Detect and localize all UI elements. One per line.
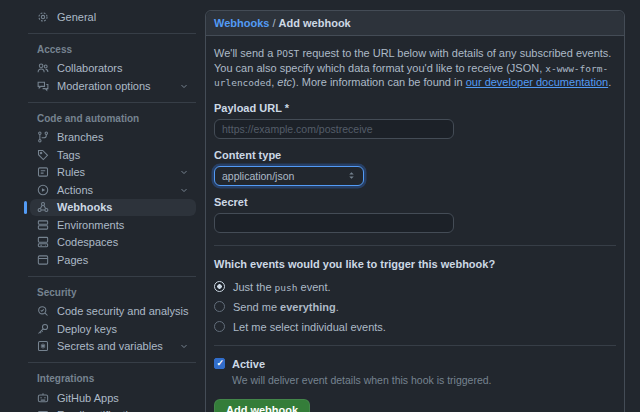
breadcrumb-current: Add webhook <box>279 17 351 29</box>
content-type-selected-value: application/json <box>222 170 294 182</box>
sidebar-item-rules[interactable]: Rules <box>30 164 196 182</box>
breadcrumb: Webhooks / Add webhook <box>206 11 624 36</box>
secret-group: Secret <box>214 196 616 233</box>
sidebar-item-label: Pages <box>57 254 88 266</box>
sidebar-item-label: Tags <box>57 149 80 161</box>
sidebar-item-tags[interactable]: Tags <box>30 146 196 164</box>
form-divider <box>214 345 616 346</box>
events-question: Which events would you like to trigger t… <box>214 258 616 270</box>
sidebar-item-label: General <box>57 11 96 23</box>
settings-nav: General Access Collaborators Moderation … <box>30 8 196 412</box>
event-option-just-push[interactable]: Just the push event. <box>214 281 616 293</box>
sidebar-item-secrets-variables[interactable]: Secrets and variables <box>30 338 196 356</box>
people-icon <box>37 62 49 74</box>
payload-url-label: Payload URL * <box>214 102 616 114</box>
sidebar-item-label: Collaborators <box>57 62 122 74</box>
sidebar-divider <box>28 102 196 103</box>
active-label: Active <box>232 358 265 370</box>
event-option-everything[interactable]: Send me everything. <box>214 301 616 313</box>
just-push-radio[interactable] <box>214 281 225 292</box>
sidebar-item-label: Codespaces <box>57 236 118 248</box>
active-group: Active We will deliver event details whe… <box>214 358 616 386</box>
sidebar-item-label: Code security and analysis <box>57 305 188 317</box>
secret-label: Secret <box>214 196 616 208</box>
event-option-label: Send me everything. <box>233 301 339 313</box>
send-everything-radio[interactable] <box>214 301 225 312</box>
developer-documentation-link[interactable]: our developer documentation <box>466 76 608 88</box>
repo-settings-page: General Access Collaborators Moderation … <box>0 0 640 412</box>
add-webhook-panel: Webhooks / Add webhook We'll send a POST… <box>205 10 625 412</box>
content-type-label: Content type <box>214 149 616 161</box>
content-type-select[interactable]: application/json <box>214 166 364 186</box>
sidebar-item-label: Rules <box>57 166 85 178</box>
add-webhook-button[interactable]: Add webhook <box>214 399 310 412</box>
sidebar-item-codespaces[interactable]: Codespaces <box>30 234 196 252</box>
everything-emphasis: everything <box>280 301 336 313</box>
select-caret-icon <box>347 171 356 180</box>
webhook-icon <box>37 201 49 213</box>
play-icon <box>37 184 49 196</box>
sidebar-item-github-apps[interactable]: GitHub Apps <box>30 389 196 407</box>
sidebar-divider <box>28 276 196 277</box>
sidebar-item-webhooks[interactable]: Webhooks <box>30 199 196 217</box>
sidebar-item-general[interactable]: General <box>30 8 196 26</box>
option-text: Send me <box>233 301 280 313</box>
intro-text: ). More information can be found in <box>292 76 466 88</box>
breadcrumb-webhooks-link[interactable]: Webhooks <box>214 17 269 29</box>
secret-input[interactable] <box>214 213 454 233</box>
individual-events-radio[interactable] <box>214 321 225 332</box>
chevron-down-icon <box>179 341 189 351</box>
sidebar-item-collaborators[interactable]: Collaborators <box>30 60 196 78</box>
sidebar-item-deploy-keys[interactable]: Deploy keys <box>30 320 196 338</box>
webhook-intro-text: We'll send a POST request to the URL bel… <box>214 46 616 90</box>
active-checkbox[interactable] <box>214 358 225 369</box>
sidebar-item-pages[interactable]: Pages <box>30 251 196 269</box>
settings-content: Webhooks / Add webhook We'll send a POST… <box>200 0 640 412</box>
sidebar-section-access: Access <box>30 41 196 60</box>
sidebar-item-email-notifications[interactable]: Email notifications <box>30 407 196 412</box>
add-webhook-form: We'll send a POST request to the URL bel… <box>206 36 624 412</box>
event-option-label: Just the push event. <box>233 281 331 293</box>
payload-url-input[interactable] <box>214 119 454 139</box>
intro-text: . <box>608 76 611 88</box>
codespaces-icon <box>37 236 49 248</box>
sidebar-item-code-security[interactable]: Code security and analysis <box>30 303 196 321</box>
sidebar-item-label: Branches <box>57 131 103 143</box>
browser-icon <box>37 254 49 266</box>
codescan-icon <box>37 305 49 317</box>
sidebar-item-label: Environments <box>57 219 124 231</box>
sidebar-item-label: Actions <box>57 184 93 196</box>
secret-icon <box>37 340 49 352</box>
settings-sidebar: General Access Collaborators Moderation … <box>0 0 200 412</box>
tag-icon <box>37 149 49 161</box>
sidebar-section-code-automation: Code and automation <box>30 110 196 129</box>
chevron-down-icon <box>179 167 189 177</box>
server-icon <box>37 219 49 231</box>
sidebar-item-actions[interactable]: Actions <box>30 181 196 199</box>
payload-url-label-text: Payload URL <box>214 102 282 114</box>
active-row[interactable]: Active <box>214 358 616 370</box>
sidebar-item-branches[interactable]: Branches <box>30 129 196 147</box>
comment-discussion-icon <box>37 80 49 92</box>
key-icon <box>37 323 49 335</box>
event-option-individual[interactable]: Let me select individual events. <box>214 321 616 333</box>
intro-etc: etc <box>277 76 292 88</box>
content-type-group: Content type application/json <box>214 149 616 186</box>
rules-icon <box>37 166 49 178</box>
sidebar-item-label: Deploy keys <box>57 323 117 335</box>
push-code: push <box>275 282 298 293</box>
sidebar-divider <box>28 362 196 363</box>
option-text: event. <box>297 281 330 293</box>
form-divider <box>214 245 616 246</box>
gear-icon <box>37 11 49 23</box>
chevron-down-icon <box>179 81 189 91</box>
sidebar-section-integrations: Integrations <box>30 370 196 389</box>
option-text: Let me select individual events. <box>233 321 386 333</box>
sidebar-item-environments[interactable]: Environments <box>30 216 196 234</box>
intro-text: We'll send a <box>214 47 276 59</box>
event-option-label: Let me select individual events. <box>233 321 386 333</box>
sidebar-item-moderation-options[interactable]: Moderation options <box>30 77 196 95</box>
option-text: . <box>336 301 339 313</box>
sidebar-item-label: Webhooks <box>57 201 112 213</box>
chevron-down-icon <box>179 185 189 195</box>
